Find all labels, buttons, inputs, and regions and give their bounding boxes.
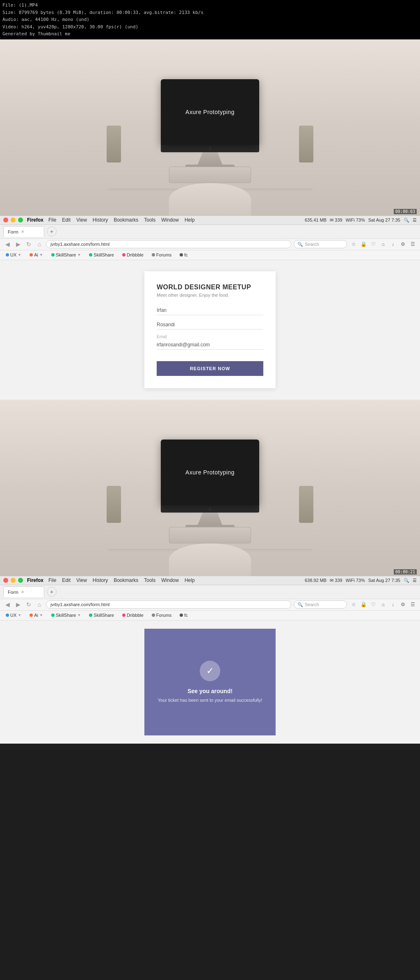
wifi-2: WiFi 73% [346, 578, 365, 583]
bookmark-fc-1[interactable]: fc [177, 252, 190, 258]
menu-bookmarks-2[interactable]: Bookmarks [114, 577, 138, 583]
forward-button-1[interactable]: ▶ [14, 240, 22, 248]
menu-file-2[interactable]: File [48, 577, 56, 583]
bookmark-ai-1[interactable]: Ai ▼ [27, 252, 46, 258]
bookmark-skillshare1-1[interactable]: SkillShare ▼ [49, 252, 83, 258]
success-page: ✓ See you around! Your ticket has been s… [0, 621, 420, 744]
settings-icon-2[interactable]: ⚙ [399, 600, 407, 609]
bookmark-ux-2[interactable]: UX ▼ [3, 612, 24, 618]
bookmark-ux-icon-2 [6, 614, 9, 617]
download-icon-2[interactable]: ↓ [389, 600, 397, 609]
browser-tab-2[interactable]: Form ✕ [3, 586, 44, 597]
register-button[interactable]: REGISTER NOW [157, 361, 263, 376]
menu-window-1[interactable]: Window [161, 217, 179, 223]
home-button-1[interactable]: ⌂ [35, 240, 43, 248]
apple-logo-2:  [209, 506, 211, 512]
browser-tab-1[interactable]: Form ✕ [3, 226, 44, 237]
lock-icon-2[interactable]: 🔒 [359, 600, 368, 609]
home-icon-2[interactable]: ⌂ [379, 600, 387, 609]
monitor-screen-text-1: Axure Prototyping [185, 109, 235, 115]
traffic-lights-1[interactable] [3, 218, 23, 222]
close-button-2[interactable] [3, 578, 8, 583]
search-icon-2[interactable]: 🔍 [404, 578, 409, 583]
reload-button-2[interactable]: ↻ [25, 600, 33, 609]
menu-history-1[interactable]: History [93, 217, 108, 223]
bookmark-ux-icon-1 [6, 253, 9, 256]
browser-bar-2: Form ✕ + [0, 585, 420, 599]
minimize-button-2[interactable] [11, 578, 16, 583]
menu-view-1[interactable]: View [76, 217, 87, 223]
video-section-2: Axure Prototyping  00:00:21 [0, 400, 420, 576]
monitor-2: Axure Prototyping [161, 440, 259, 505]
minimize-button-1[interactable] [11, 218, 16, 222]
heart-icon-2[interactable]: ♡ [369, 600, 377, 609]
success-subtitle: Your ticket has been sent to your email … [158, 697, 262, 704]
timecode-2: 00:00:21 [394, 569, 417, 575]
search-icon-1[interactable]: 🔍 [404, 218, 409, 223]
reload-button-1[interactable]: ↻ [25, 240, 33, 248]
search-placeholder-2: Search [305, 602, 319, 607]
menu-tools-1[interactable]: Tools [144, 217, 155, 223]
back-button-2[interactable]: ◀ [3, 600, 11, 609]
menu-help-1[interactable]: Help [185, 217, 195, 223]
tab-close-1[interactable]: ✕ [21, 229, 24, 234]
url-bar-2[interactable]: jvrby1.axshare.com/form.html [46, 600, 291, 609]
bookmark-dribbble-1[interactable]: Dribbble [120, 252, 146, 258]
tab-close-2[interactable]: ✕ [21, 590, 24, 594]
url-bar-1[interactable]: jvrby1.axshare.com/form.html [46, 240, 291, 248]
home-button-2[interactable]: ⌂ [35, 600, 43, 609]
home-icon-1[interactable]: ⌂ [379, 240, 387, 248]
apple-logo-1:  [209, 146, 211, 151]
bookmark-skillshare2-2[interactable]: SkillShare [87, 612, 116, 618]
traffic-lights-2[interactable] [3, 578, 23, 583]
close-button-1[interactable] [3, 218, 8, 222]
bookmarks-bar-2: UX ▼ Ai ▼ SkillShare ▼ SkillShare Dribbb… [0, 611, 420, 621]
search-box-2[interactable]: 🔍 Search [294, 600, 347, 609]
tab-label-1: Form [8, 229, 18, 234]
menu-edit-1[interactable]: Edit [62, 217, 71, 223]
bookmark-dribbble-2[interactable]: Dribbble [120, 612, 146, 618]
heart-icon-1[interactable]: ♡ [369, 240, 377, 248]
search-box-1[interactable]: 🔍 Search [294, 240, 347, 248]
bookmark-ux-1[interactable]: UX ▼ [3, 252, 24, 258]
bookmark-forums-2[interactable]: Forums [149, 612, 174, 618]
bookmark-skillshare2-1[interactable]: SkillShare [87, 252, 116, 258]
menu-window-2[interactable]: Window [161, 577, 179, 583]
lock-icon-1[interactable]: 🔒 [359, 240, 368, 248]
lastname-input[interactable] [157, 320, 263, 330]
bookmark-star-icon-2[interactable]: ☆ [349, 600, 358, 609]
bookmark-fc-2[interactable]: fc [177, 612, 190, 618]
menu-history-2[interactable]: History [93, 577, 108, 583]
new-tab-button-2[interactable]: + [47, 587, 57, 597]
back-button-1[interactable]: ◀ [3, 240, 11, 248]
more-icon-1[interactable]: ☰ [409, 240, 417, 248]
file-info-line4: Video: h264, yuv420p, 1280x720, 30.00 fp… [2, 23, 418, 31]
menu-bookmarks-1[interactable]: Bookmarks [114, 217, 138, 223]
menu-edit-2[interactable]: Edit [62, 577, 71, 583]
menu-icon-1[interactable]: ☰ [413, 218, 417, 223]
email-input[interactable] [157, 340, 263, 350]
maximize-button-2[interactable] [18, 578, 23, 583]
download-icon-1[interactable]: ↓ [389, 240, 397, 248]
maximize-button-1[interactable] [18, 218, 23, 222]
bookmark-forums-1[interactable]: Forums [149, 252, 174, 258]
forward-button-2[interactable]: ▶ [14, 600, 22, 609]
bookmark-forums-icon-1 [152, 253, 155, 256]
bookmark-star-icon-1[interactable]: ☆ [349, 240, 358, 248]
new-tab-button-1[interactable]: + [47, 227, 57, 236]
bookmark-skillshare1-2[interactable]: SkillShare ▼ [49, 612, 83, 618]
menu-file-1[interactable]: File [48, 217, 56, 223]
speaker-right-2 [299, 486, 313, 523]
bookmark-ai-2[interactable]: Ai ▼ [27, 612, 46, 618]
settings-icon-1[interactable]: ⚙ [399, 240, 407, 248]
menu-view-2[interactable]: View [76, 577, 87, 583]
monitor-chin-2:  [161, 505, 259, 513]
menu-help-2[interactable]: Help [185, 577, 195, 583]
app-name-2: Firefox [27, 577, 43, 583]
more-icon-2[interactable]: ☰ [409, 600, 417, 609]
menu-icon-2[interactable]: ☰ [413, 578, 417, 583]
firstname-input[interactable] [157, 306, 263, 315]
menu-tools-2[interactable]: Tools [144, 577, 155, 583]
file-info-line5: Generated by Thumbnail me [2, 30, 418, 38]
menubar-2: Firefox File Edit View History Bookmarks… [0, 576, 420, 585]
